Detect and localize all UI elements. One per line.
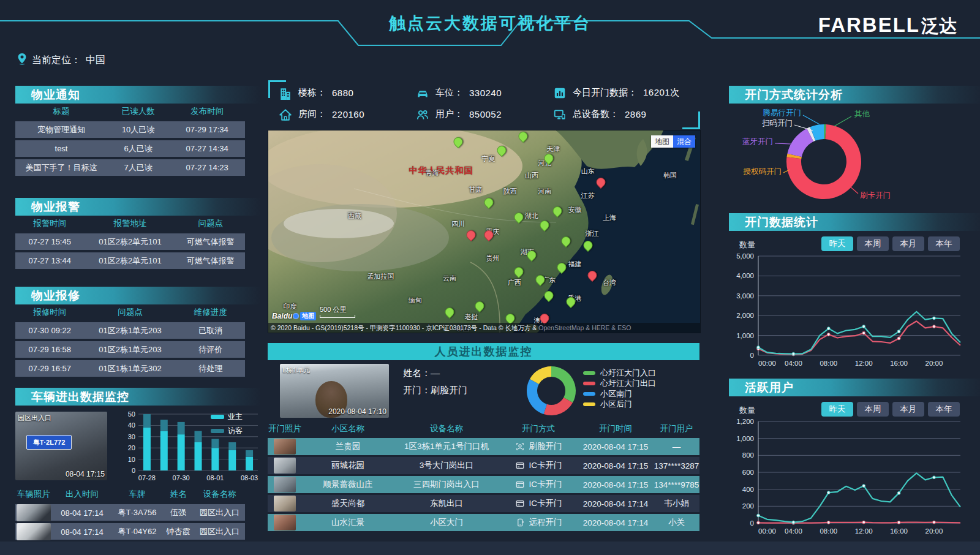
table-row: 08-04 17:14粤T·04Y62钟杏霞园区出入口 bbox=[15, 523, 245, 540]
map-scale-bar bbox=[320, 315, 355, 318]
stat-label: 车位： bbox=[435, 87, 463, 99]
stat-value: 220160 bbox=[332, 109, 364, 119]
range-button-0[interactable]: 昨天 bbox=[821, 402, 853, 417]
community-name: 兰贵园 bbox=[302, 441, 394, 452]
vehicle-table: 车辆照片出入时间车牌姓名设备名称08-04 17:14粤T·3A756伍强园区出… bbox=[15, 487, 245, 540]
table-cell: 宠物管理通知 bbox=[15, 124, 107, 135]
legend-item: 心圩江大门入口 bbox=[583, 368, 656, 378]
column-header: 设备名称 bbox=[194, 489, 245, 500]
svg-text:0: 0 bbox=[750, 352, 754, 359]
person-name-value: — bbox=[431, 368, 440, 378]
stat-item: 总设备数：2869 bbox=[553, 104, 690, 125]
open-time: 2020-08-04 17:14 bbox=[578, 518, 654, 527]
range-button-3[interactable]: 本年 bbox=[928, 236, 960, 251]
location-label: 当前定位： bbox=[32, 54, 81, 67]
column-header: 小区名称 bbox=[302, 423, 394, 434]
map-attribution-links[interactable]: OpenStreetMap & HERE & ESO bbox=[538, 324, 631, 331]
community-name: 盛天尚都 bbox=[302, 498, 394, 509]
svg-text:0: 0 bbox=[750, 519, 754, 527]
open-method-label: IC卡开门 bbox=[529, 479, 562, 490]
section-title-method: 开门方式统计分析 bbox=[729, 86, 980, 104]
svg-text:1,000: 1,000 bbox=[736, 435, 754, 442]
column-header: 问题点 bbox=[85, 307, 176, 318]
access-table-row: 丽城花园3号大门岗出口IC卡开门2020-08-04 17:15137****3… bbox=[268, 457, 699, 474]
range-button-2[interactable]: 本月 bbox=[892, 402, 924, 417]
access-table-row: 盛天尚都东凯出口IC卡开门2020-08-04 17:14韦小娟 bbox=[268, 495, 699, 512]
open-method-cell: IC卡开门 bbox=[499, 498, 578, 509]
range-button-1[interactable]: 本周 bbox=[857, 402, 889, 417]
column-header: 报警地址 bbox=[85, 218, 176, 229]
method-donut-chart: 其他腾易行开门扫码开门蓝牙开门授权码开门刷卡开门 bbox=[729, 105, 968, 208]
open-time: 2020-08-04 17:14 bbox=[578, 499, 654, 508]
map-region-label: 甘肃 bbox=[469, 184, 482, 194]
map-mode-hybrid[interactable]: 混合 bbox=[673, 135, 695, 148]
legend-label: 小区南门 bbox=[600, 388, 632, 399]
table-header: 开门照片小区名称设备名称开门方式开门时间开门用户 bbox=[268, 421, 699, 436]
brand-logo-en: FARBELL bbox=[818, 13, 920, 36]
donut-label: 蓝牙开门 bbox=[742, 137, 773, 146]
range-button-3[interactable]: 本年 bbox=[928, 402, 960, 417]
table-cell: 01区2栋1单元203 bbox=[85, 344, 176, 355]
vehicle-photo-label: 园区出入口 bbox=[18, 413, 51, 423]
svg-text:08:00: 08:00 bbox=[820, 360, 837, 367]
table-cell: 07-29 16:58 bbox=[15, 345, 85, 354]
svg-text:2,000: 2,000 bbox=[736, 312, 754, 319]
svg-text:20: 20 bbox=[128, 444, 135, 451]
map-region-label: 青海 bbox=[426, 168, 439, 178]
open-method-cell: IC卡开门 bbox=[499, 460, 578, 471]
access-table-row: 兰贵园1区3栋1单元1号门口机刷脸开门2020-08-04 17:15— bbox=[268, 438, 699, 455]
table-header: 车辆照片出入时间车牌姓名设备名称 bbox=[15, 487, 245, 502]
person-name-field: 姓名：— bbox=[403, 368, 440, 379]
building-icon bbox=[279, 86, 292, 100]
table-row: 07-27 13:4401区2栋2单元101可燃气体报警 bbox=[15, 252, 245, 269]
open-method-cell: IC卡开门 bbox=[499, 479, 578, 490]
repair-table: 报修时间问题点维修进度07-30 09:2201区2栋1单元203已取消07-2… bbox=[15, 305, 245, 377]
device-name: 1区3栋1单元1号门口机 bbox=[394, 441, 499, 452]
map-region-label: 台湾 bbox=[603, 278, 616, 287]
map-region-label: 河南 bbox=[538, 187, 551, 196]
table-row: 07-29 16:5701区1栋1单元302待处理 bbox=[15, 360, 245, 377]
table-row: 07-27 15:4501区2栋2单元101可燃气体报警 bbox=[15, 233, 245, 250]
access-banner: 人员进出数据监控 bbox=[268, 343, 699, 360]
range-button-0[interactable]: 昨天 bbox=[821, 236, 853, 251]
map-attribution-main: © 2020 Baidu - GS(2019)5218号 - 甲测资字11009… bbox=[271, 324, 538, 331]
table-cell: 粤T·04Y62 bbox=[112, 526, 162, 537]
door-stats-line-chart: 01,0002,0003,0004,0005,00000:0004:0008:0… bbox=[729, 250, 968, 370]
card-icon bbox=[515, 461, 525, 470]
legend-swatch bbox=[211, 429, 224, 433]
donut-label: 刷卡开门 bbox=[860, 191, 891, 200]
map-mode-normal[interactable]: 地图 bbox=[651, 135, 673, 148]
baidu-logo-text: Baidu bbox=[272, 312, 292, 320]
table-cell: 钟杏霞 bbox=[162, 526, 194, 537]
svg-text:1,200: 1,200 bbox=[736, 418, 754, 425]
stat-label: 楼栋： bbox=[298, 87, 326, 99]
svg-text:08-01: 08-01 bbox=[206, 474, 224, 481]
open-user: 134****9785 bbox=[654, 480, 699, 489]
range-button-1[interactable]: 本周 bbox=[857, 236, 889, 251]
china-map[interactable]: 中华人民共和国朝鲜韩国天津河北山东山西宁夏甘肃陕西河南江苏上海安徽湖北浙江重庆四… bbox=[268, 130, 701, 333]
legend-swatch bbox=[583, 402, 595, 406]
open-method-label: IC卡开门 bbox=[529, 460, 562, 471]
map-mode-switch[interactable]: 地图 混合 bbox=[651, 135, 695, 148]
svg-text:0: 0 bbox=[132, 467, 135, 474]
open-user: 小关 bbox=[654, 517, 699, 528]
open-method-label: 远程开门 bbox=[529, 517, 562, 528]
table-cell: 园区出入口 bbox=[194, 507, 245, 518]
legend-label: 心圩江大门出口 bbox=[600, 378, 656, 389]
community-name: 丽城花园 bbox=[302, 460, 394, 471]
community-name: 顺景蔷薇山庄 bbox=[302, 479, 394, 490]
column-header: 标题 bbox=[15, 106, 107, 117]
device-name: 三四期门岗出入口 bbox=[394, 479, 499, 490]
table-cell: 01区1栋1单元302 bbox=[85, 363, 176, 374]
donut-label: 授权码开门 bbox=[743, 167, 782, 176]
door-stats-range-buttons: 昨天本周本月本年 bbox=[821, 236, 960, 251]
active-users-line-chart: 02004006008001,0001,20000:0004:0008:0012… bbox=[729, 415, 968, 538]
location-pin-icon bbox=[17, 53, 27, 67]
svg-text:12:00: 12:00 bbox=[855, 527, 873, 535]
users-icon bbox=[416, 108, 429, 121]
map-region-label: 天津 bbox=[546, 144, 560, 153]
person-door-field: 开门：刷脸开门 bbox=[403, 385, 467, 396]
baidu-logo[interactable]: Baidu 地图 bbox=[272, 312, 316, 320]
range-button-2[interactable]: 本月 bbox=[892, 236, 924, 251]
svg-text:1,000: 1,000 bbox=[736, 332, 754, 339]
